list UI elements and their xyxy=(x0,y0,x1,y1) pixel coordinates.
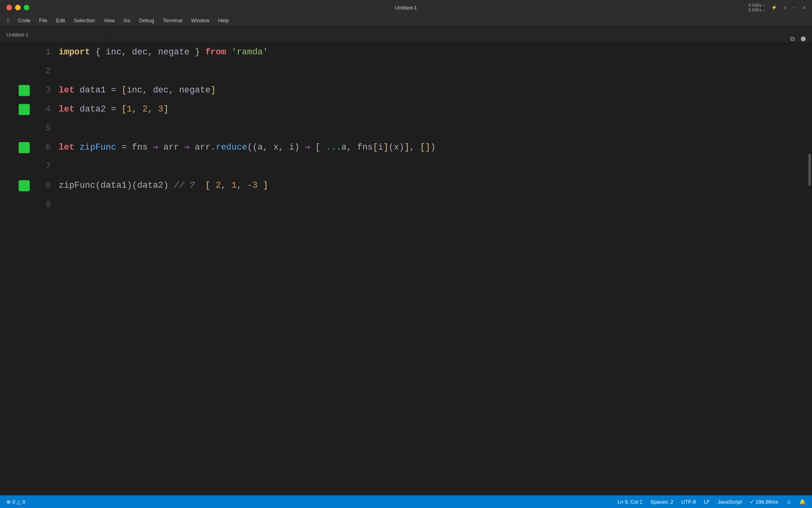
cursor-position[interactable]: Ln 9, Col 1 xyxy=(618,499,643,505)
status-bar: ⊗ 0 △ 0 Ln 9, Col 1 Spaces: 2 UTF-8 LF J… xyxy=(0,495,812,508)
scrollbar[interactable] xyxy=(807,43,812,495)
minimize-button[interactable] xyxy=(15,5,21,10)
notification-icon[interactable]: 🔔 xyxy=(799,499,806,505)
menu-bar:  Code File Edit Selection View Go Debug… xyxy=(0,15,812,26)
timing: ✓ 198.86ms xyxy=(750,499,778,505)
breakpoint-gutter xyxy=(0,43,17,495)
line-5: 5 xyxy=(17,119,807,138)
editor-container: Untitled-1 ⧉ 1 import { inc, dec, negate… xyxy=(0,26,812,495)
line-2: 2 xyxy=(17,62,807,81)
maximize-button[interactable] xyxy=(24,5,29,10)
line-number-4: 4 xyxy=(35,100,59,119)
status-left: ⊗ 0 △ 0 xyxy=(6,499,25,505)
line-6: 6 let zipFunc = fns ⇒ arr ⇒ arr.reduce((… xyxy=(17,138,807,157)
window-title: Untitled-1 xyxy=(395,5,417,11)
split-editor-icon[interactable]: ⧉ xyxy=(790,35,795,42)
feedback-icon[interactable]: ☺ xyxy=(786,499,791,505)
scrollbar-thumb[interactable] xyxy=(808,154,811,186)
menu-debug[interactable]: Debug xyxy=(135,16,158,25)
menu-terminal[interactable]: Terminal xyxy=(159,16,186,25)
language-mode[interactable]: JavaScript xyxy=(718,499,742,505)
code-content-3: let data1 = [inc, dec, negate] xyxy=(59,81,216,100)
error-count[interactable]: ⊗ 0 △ 0 xyxy=(6,499,25,505)
menu-file[interactable]: File xyxy=(35,16,52,25)
line-3: 3 let data1 = [inc, dec, negate] xyxy=(17,81,807,100)
editor-body[interactable]: 1 import { inc, dec, negate } from 'ramd… xyxy=(0,43,812,495)
battery-icon: ⚡ xyxy=(771,5,777,10)
line-number-8: 8 xyxy=(35,176,59,195)
line-number-3: 3 xyxy=(35,81,59,100)
warning-icon: △ xyxy=(17,499,21,505)
code-editor[interactable]: 1 import { inc, dec, negate } from 'ramd… xyxy=(17,43,807,495)
encoding[interactable]: UTF-8 xyxy=(681,499,696,505)
titlebar-left xyxy=(6,5,29,10)
titlebar: Untitled-1 0 KB/s ↑0 KB/s ↓ ⚡ ⌾ ··· ≡ xyxy=(0,0,812,15)
eol[interactable]: LF xyxy=(704,499,710,505)
error-icon: ⊗ xyxy=(6,499,11,505)
editor-breadcrumb: Untitled-1 xyxy=(6,32,29,38)
time-display: ··· xyxy=(793,5,797,10)
code-content-6: let zipFunc = fns ⇒ arr ⇒ arr.reduce((a,… xyxy=(59,138,436,157)
dot-indicator xyxy=(801,37,806,41)
line-9: 9 xyxy=(17,195,807,214)
code-content-4: let data2 = [1, 2, 3] xyxy=(59,100,169,119)
code-content-1: import { inc, dec, negate } from 'ramda' xyxy=(59,43,268,62)
line-number-6: 6 xyxy=(35,138,59,157)
network-status: 0 KB/s ↑0 KB/s ↓ xyxy=(749,3,765,12)
list-icon: ≡ xyxy=(803,5,806,10)
line-4: 4 let data2 = [1, 2, 3] xyxy=(17,100,807,119)
apple-menu[interactable]:  xyxy=(3,16,13,25)
status-right: Ln 9, Col 1 Spaces: 2 UTF-8 LF JavaScrip… xyxy=(618,499,806,505)
close-button[interactable] xyxy=(6,5,12,10)
line-number-2: 2 xyxy=(35,62,59,81)
menu-go[interactable]: Go xyxy=(119,16,134,25)
menu-code[interactable]: Code xyxy=(14,16,34,25)
line-8: 8 zipFunc(data1)(data2) // ? [ 2, 1, -3 … xyxy=(17,176,807,195)
line-number-9: 9 xyxy=(35,195,59,214)
menu-window[interactable]: Window xyxy=(187,16,213,25)
line-7: 7 xyxy=(17,157,807,176)
line-number-1: 1 xyxy=(35,43,59,62)
menu-edit[interactable]: Edit xyxy=(52,16,69,25)
menu-view[interactable]: View xyxy=(100,16,119,25)
tab-bar: Untitled-1 ⧉ xyxy=(0,26,812,43)
line-1: 1 import { inc, dec, negate } from 'ramd… xyxy=(17,43,807,62)
indent-setting[interactable]: Spaces: 2 xyxy=(650,499,673,505)
menu-help[interactable]: Help xyxy=(214,16,233,25)
wifi-icon: ⌾ xyxy=(783,5,786,10)
line-number-5: 5 xyxy=(35,119,59,138)
traffic-lights xyxy=(6,5,29,10)
line-number-7: 7 xyxy=(35,157,59,176)
code-content-8: zipFunc(data1)(data2) // ? [ 2, 1, -3 ] xyxy=(59,176,268,195)
menu-selection[interactable]: Selection xyxy=(70,16,99,25)
